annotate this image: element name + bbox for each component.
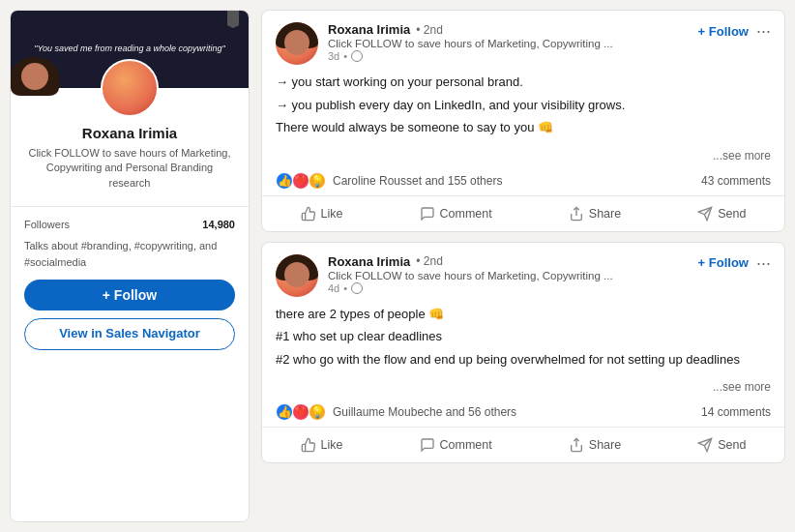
post-tagline-1: Click FOLLOW to save hours of Marketing,… bbox=[328, 38, 657, 49]
post-header-1: Roxana Irimia • 2nd Click FOLLOW to save… bbox=[262, 11, 784, 73]
send-label-2: Send bbox=[718, 438, 746, 452]
post-line-2-0: there are 2 types of people 👊 bbox=[276, 305, 771, 324]
post-actions-right-1: + Follow ··· bbox=[698, 22, 771, 40]
see-more-2[interactable]: ...see more bbox=[262, 380, 784, 399]
post-actions-right-2: + Follow ··· bbox=[698, 254, 771, 272]
post-content-2: there are 2 types of people 👊 #1 who set… bbox=[262, 305, 784, 381]
bookmark-icon bbox=[227, 11, 239, 28]
post-time-text-2: 4d bbox=[328, 282, 339, 294]
send-icon-2 bbox=[697, 437, 713, 453]
share-button-2[interactable]: Share bbox=[559, 431, 631, 458]
post-time-1: 3d • bbox=[328, 50, 689, 62]
post-line-1-0: → you start working on your personal bra… bbox=[276, 73, 771, 92]
followers-count: 14,980 bbox=[202, 219, 235, 230]
profile-info: Roxana Irimia Click FOLLOW to save hours… bbox=[11, 117, 249, 198]
post-card-2: Roxana Irimia • 2nd Click FOLLOW to save… bbox=[261, 242, 785, 464]
like-label-1: Like bbox=[321, 207, 343, 221]
send-label-1: Send bbox=[718, 207, 746, 221]
share-label-1: Share bbox=[589, 207, 621, 221]
share-icon-2 bbox=[569, 437, 584, 453]
post-tagline-2: Click FOLLOW to save hours of Marketing,… bbox=[328, 270, 657, 281]
love-reaction-1: ❤️ bbox=[292, 172, 309, 190]
post-buttons-row-2: Like Comment Share Send bbox=[262, 428, 784, 462]
talks-about: Talks about #branding, #copywriting, and… bbox=[11, 234, 249, 280]
followers-row: Followers 14,980 bbox=[11, 215, 249, 234]
reactions-text-2: Guillaume Moubeche and 56 others bbox=[333, 405, 516, 419]
comment-icon-1 bbox=[420, 206, 435, 222]
post-header-2: Roxana Irimia • 2nd Click FOLLOW to save… bbox=[262, 243, 784, 305]
post-meta-1: Roxana Irimia • 2nd Click FOLLOW to save… bbox=[328, 22, 689, 62]
post-content-1: → you start working on your personal bra… bbox=[262, 73, 784, 149]
cover-quote: "You saved me from reading a whole copyw… bbox=[24, 40, 235, 59]
avatar bbox=[101, 59, 159, 117]
post-degree-1: • 2nd bbox=[416, 23, 443, 37]
like-label-2: Like bbox=[321, 438, 343, 452]
like-icon-2 bbox=[301, 437, 316, 453]
comments-count-1: 43 comments bbox=[701, 174, 771, 188]
globe-icon-1 bbox=[351, 50, 363, 62]
like-button-2[interactable]: Like bbox=[291, 431, 353, 458]
post-time-2: 4d • bbox=[328, 282, 689, 294]
post-line-2-3: #2 who go with the flow and end up being… bbox=[276, 350, 771, 369]
more-options-button-1[interactable]: ··· bbox=[756, 22, 771, 40]
comment-label-2: Comment bbox=[440, 438, 492, 452]
post-avatar-face-2 bbox=[284, 262, 309, 287]
send-button-2[interactable]: Send bbox=[688, 431, 755, 458]
post-meta-2: Roxana Irimia • 2nd Click FOLLOW to save… bbox=[328, 254, 689, 294]
share-button-1[interactable]: Share bbox=[559, 200, 631, 227]
reaction-icons-2: 👍 ❤️ 💡 Guillaume Moubeche and 56 others bbox=[276, 403, 516, 421]
post-degree-2: • 2nd bbox=[416, 254, 443, 268]
post-author-line-1: Roxana Irimia • 2nd bbox=[328, 22, 689, 37]
post-avatar-2 bbox=[276, 254, 318, 297]
left-profile-panel: "You saved me from reading a whole copyw… bbox=[10, 10, 250, 522]
send-icon-1 bbox=[697, 206, 713, 222]
dot-separator-2: • bbox=[343, 282, 347, 294]
like-icon-1 bbox=[301, 206, 316, 222]
globe-icon-2 bbox=[351, 282, 363, 294]
comment-button-1[interactable]: Comment bbox=[410, 200, 502, 227]
right-feed-panel: Roxana Irimia • 2nd Click FOLLOW to save… bbox=[261, 10, 785, 522]
see-more-1[interactable]: ...see more bbox=[262, 149, 784, 168]
post-follow-button-1[interactable]: + Follow bbox=[698, 24, 749, 39]
post-author-line-2: Roxana Irimia • 2nd bbox=[328, 254, 689, 269]
post-line-2-2: #1 who set up clear deadlines bbox=[276, 327, 771, 346]
post-avatar-1 bbox=[276, 22, 318, 65]
dot-separator-1: • bbox=[343, 50, 347, 62]
profile-tagline: Click FOLLOW to save hours of Marketing,… bbox=[24, 146, 235, 191]
share-label-2: Share bbox=[589, 438, 621, 452]
like-reaction-2: 👍 bbox=[276, 403, 293, 421]
post-buttons-row-1: Like Comment Share Send bbox=[262, 196, 784, 231]
avatar-container bbox=[11, 59, 249, 117]
share-icon-1 bbox=[569, 206, 584, 222]
follow-button[interactable]: + Follow bbox=[24, 280, 235, 310]
love-reaction-2: ❤️ bbox=[292, 403, 309, 421]
profile-name: Roxana Irimia bbox=[24, 125, 235, 141]
followers-label: Followers bbox=[24, 219, 70, 230]
comments-count-2: 14 comments bbox=[701, 405, 771, 419]
post-follow-button-2[interactable]: + Follow bbox=[698, 255, 749, 270]
comment-icon-2 bbox=[420, 437, 435, 453]
like-button-1[interactable]: Like bbox=[291, 200, 353, 227]
post-time-text-1: 3d bbox=[328, 50, 339, 62]
post-author-name-2: Roxana Irimia bbox=[328, 254, 410, 269]
post-avatar-face-1 bbox=[284, 30, 309, 55]
reactions-row-2: 👍 ❤️ 💡 Guillaume Moubeche and 56 others … bbox=[262, 399, 784, 428]
reactions-text-1: Caroline Rousset and 155 others bbox=[333, 174, 502, 188]
post-author-name-1: Roxana Irimia bbox=[328, 22, 410, 37]
like-reaction-1: 👍 bbox=[276, 172, 293, 190]
comment-button-2[interactable]: Comment bbox=[410, 431, 502, 458]
divider bbox=[11, 206, 249, 207]
comment-label-1: Comment bbox=[440, 207, 492, 221]
send-button-1[interactable]: Send bbox=[688, 200, 755, 227]
sales-navigator-button[interactable]: View in Sales Navigator bbox=[24, 318, 235, 350]
insightful-reaction-2: 💡 bbox=[309, 403, 326, 421]
post-line-1-1: → you publish every day on LinkedIn, and… bbox=[276, 96, 771, 115]
post-card-1: Roxana Irimia • 2nd Click FOLLOW to save… bbox=[261, 10, 785, 232]
more-options-button-2[interactable]: ··· bbox=[756, 254, 771, 272]
post-line-1-3: There would always be someone to say to … bbox=[276, 118, 771, 137]
insightful-reaction-1: 💡 bbox=[309, 172, 326, 190]
reactions-row-1: 👍 ❤️ 💡 Caroline Rousset and 155 others 4… bbox=[262, 168, 784, 196]
reaction-icons-1: 👍 ❤️ 💡 Caroline Rousset and 155 others bbox=[276, 172, 502, 190]
